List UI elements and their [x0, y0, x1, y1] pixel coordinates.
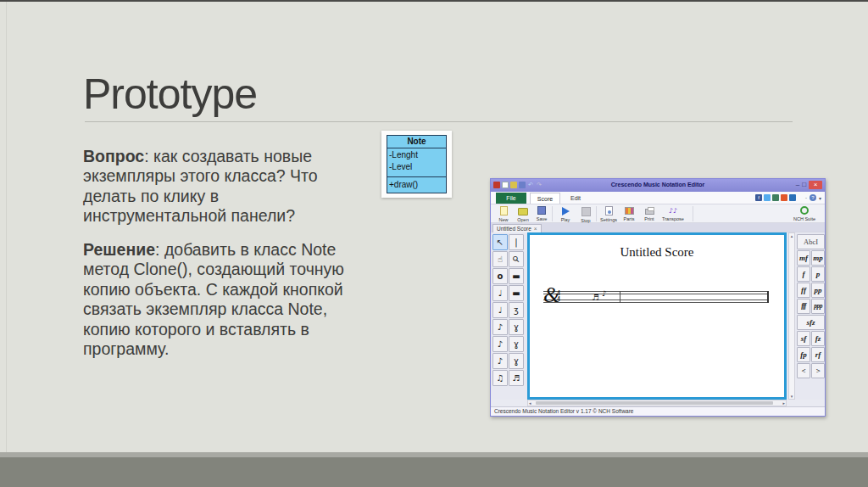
googleplus-icon[interactable]	[781, 194, 787, 201]
document-tab-label: Untitled Score	[497, 226, 531, 232]
facebook-icon[interactable]: f	[755, 194, 762, 201]
share-icon[interactable]	[772, 194, 779, 201]
tab-edit[interactable]: Edit	[564, 193, 587, 204]
dynamic-sf-button[interactable]: sf	[797, 331, 810, 346]
scroll-up-icon[interactable]: ▴	[789, 233, 794, 238]
nch-suite-icon	[800, 206, 809, 215]
dynamic-pp-button[interactable]: pp	[811, 283, 825, 298]
palette-barline-button[interactable]: |	[509, 234, 524, 250]
uml-method: +draw()	[389, 179, 444, 190]
dynamic-sfz-button[interactable]: sfz	[797, 315, 825, 330]
horizontal-scrollbar[interactable]: ◂ ▸	[527, 400, 787, 406]
solution-paragraph: Решение: добавить в класс Note метод Clo…	[83, 240, 354, 360]
stop-button[interactable]: Stop	[576, 205, 595, 222]
parts-button[interactable]: Parts	[620, 205, 638, 222]
right-tool-palette: AbcI mf mp f p ff pp fff ppp sfz sf fz f…	[797, 234, 825, 378]
social-icons: f	[755, 194, 796, 201]
menu-dash: ‐	[805, 195, 807, 200]
question-label: Вопрос	[83, 147, 144, 165]
twitter-icon[interactable]	[764, 194, 771, 201]
decrescendo-hairpin-button[interactable]: >	[811, 363, 825, 378]
scrollbar-thumb[interactable]	[536, 401, 773, 405]
scroll-down-icon[interactable]: ▾	[789, 394, 794, 399]
minimize-button[interactable]: –	[796, 181, 799, 189]
text-tool-button[interactable]: AbcI	[797, 234, 825, 249]
linkedin-icon[interactable]	[789, 194, 796, 201]
palette-half-rest-button[interactable]: ▬	[509, 285, 524, 301]
palette-quarter-note-button[interactable]: ♩	[492, 302, 508, 318]
dynamic-mf-button[interactable]: mf	[797, 250, 810, 266]
print-button[interactable]: Print	[640, 205, 659, 222]
tab-file[interactable]: File	[496, 193, 526, 204]
palette-half-note-button[interactable]: ♩	[492, 285, 508, 301]
uml-class-name: Note	[387, 136, 446, 148]
main-toolbar: New Open Save Play Stop Settings Parts	[491, 204, 825, 223]
uml-attribute: -Level	[389, 161, 444, 173]
scroll-left-icon[interactable]: ◂	[529, 400, 531, 406]
dynamic-ff-button[interactable]: ff	[797, 283, 810, 298]
magnifier-icon: ⚲	[509, 252, 523, 266]
palette-thirtysecond-rest-button[interactable]: ɣ	[509, 353, 524, 369]
save-button[interactable]: Save	[532, 205, 551, 222]
top-border	[0, 0, 868, 2]
maximize-button[interactable]: □	[802, 181, 806, 189]
play-button[interactable]: Play	[556, 205, 575, 222]
nch-suite-button[interactable]: NCH Suite	[786, 205, 823, 222]
open-button[interactable]: Open	[514, 205, 532, 222]
new-document-icon	[500, 206, 508, 216]
bottom-strip-dark	[0, 457, 868, 487]
barline	[620, 291, 620, 303]
palette-whole-rest-button[interactable]: ▬	[509, 268, 524, 284]
crescendo-hairpin-button[interactable]: <	[797, 363, 810, 378]
palette-quarter-rest-button[interactable]: ʒ	[509, 302, 524, 318]
dynamic-rf-button[interactable]: rf	[811, 347, 825, 362]
close-button[interactable]: ×	[809, 181, 822, 189]
title-underline	[85, 121, 793, 122]
note-group-icon: ♬	[592, 293, 599, 302]
menu-tab-bar: File Score Edit f ‐ ? ▾	[491, 192, 825, 204]
toolbar-separator	[596, 206, 597, 221]
scroll-right-icon[interactable]: ▸	[782, 400, 785, 406]
score-title: Untitled Score	[530, 245, 784, 260]
print-icon	[645, 209, 654, 215]
document-tab-close-icon[interactable]: ×	[534, 226, 537, 232]
time-signature: 44	[557, 291, 560, 303]
palette-tuplet-button[interactable]: ♬	[509, 370, 524, 386]
toolbar-separator	[693, 206, 693, 221]
slide-title: Prototype	[83, 70, 257, 119]
palette-eighth-note-button[interactable]: ♪	[492, 319, 508, 335]
dynamic-ppp-button[interactable]: ppp	[811, 299, 825, 314]
uml-diagram-card: Note -Lenght -Level +draw()	[381, 131, 452, 198]
vertical-scrollbar[interactable]: ▴ ▾	[788, 232, 795, 400]
new-button[interactable]: New	[494, 205, 513, 222]
palette-beamed-notes-button[interactable]: ♫	[492, 370, 508, 386]
final-barline	[767, 291, 769, 303]
palette-zoom-button[interactable]: ⚲	[509, 251, 524, 267]
parts-icon	[625, 207, 634, 215]
dynamic-fz-button[interactable]: fz	[811, 331, 825, 346]
palette-whole-note-button[interactable]: o	[492, 268, 508, 284]
palette-thirtysecond-note-button[interactable]: ♪	[492, 353, 508, 369]
window-titlebar[interactable]: ↶ ↷ Crescendo Music Notation Editor – □ …	[491, 179, 825, 192]
tab-score[interactable]: Score	[530, 193, 560, 204]
help-icon[interactable]: ?	[810, 194, 816, 201]
dynamic-fff-button[interactable]: fff	[797, 299, 810, 314]
palette-sixteenth-rest-button[interactable]: ɣ	[509, 336, 524, 352]
palette-eighth-rest-button[interactable]: ɣ	[509, 319, 524, 335]
palette-select-button[interactable]: ↖	[492, 234, 508, 250]
dynamic-p-button[interactable]: p	[811, 266, 825, 282]
document-tab[interactable]: Untitled Score×	[492, 224, 542, 232]
open-folder-icon	[518, 208, 528, 216]
settings-button[interactable]: Settings	[599, 205, 618, 222]
transpose-button[interactable]: ♪♪ Transpose	[660, 205, 686, 222]
window-title: Crescendo Music Notation Editor	[491, 182, 825, 188]
dynamic-fp-button[interactable]: fp	[797, 347, 810, 362]
palette-sixteenth-note-button[interactable]: ♪	[492, 336, 508, 352]
dynamic-f-button[interactable]: f	[797, 266, 810, 282]
help-cluster: ‐ ? ▾	[805, 194, 821, 201]
score-canvas[interactable]: Untitled Score & 44 ♬ ♪	[527, 232, 787, 400]
dynamic-mp-button[interactable]: mp	[811, 250, 825, 266]
help-caret-icon[interactable]: ▾	[819, 195, 821, 201]
editor-main-area: ↖ | ☝ ⚲ o ▬ ♩ ▬ ♩ ʒ ♪ ɣ ♪ ɣ ♪ ɣ ♫ ♬ Unti…	[491, 232, 825, 400]
palette-pan-button[interactable]: ☝	[492, 251, 508, 267]
